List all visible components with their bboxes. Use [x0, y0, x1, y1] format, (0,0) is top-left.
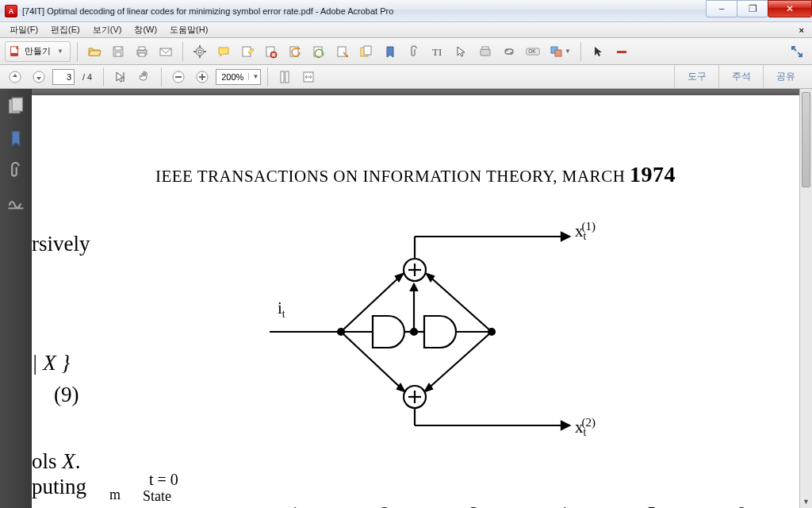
- svg-rect-7: [139, 53, 145, 56]
- delete-pages-button[interactable]: [261, 42, 282, 61]
- text-icon: TI: [431, 44, 445, 59]
- page-rotate-right-icon: [312, 44, 326, 59]
- hand-tool-button[interactable]: [134, 67, 155, 87]
- arrow-down-icon: [32, 70, 46, 84]
- page-down-button[interactable]: [29, 67, 49, 87]
- svg-text:OK: OK: [528, 48, 536, 54]
- svg-rect-38: [201, 74, 203, 80]
- fit-width-icon: [301, 70, 316, 84]
- fit-page-button[interactable]: [274, 67, 295, 87]
- pointer-icon: [591, 44, 605, 59]
- menu-view[interactable]: 보기(V): [86, 22, 128, 37]
- ok-stamp-icon: OK: [526, 44, 540, 59]
- attachments-panel-button[interactable]: [6, 160, 25, 179]
- tab-comment[interactable]: 주석: [718, 65, 763, 88]
- fit-width-button[interactable]: [298, 67, 319, 87]
- bookmark-button[interactable]: [380, 42, 400, 61]
- menu-file[interactable]: 파일(F): [3, 22, 44, 37]
- svg-line-53: [427, 274, 492, 332]
- menu-help[interactable]: 도움말(H): [163, 22, 214, 37]
- menu-window[interactable]: 창(W): [128, 22, 163, 37]
- link-tool-button[interactable]: [499, 42, 519, 61]
- bookmarks-panel-button[interactable]: [6, 129, 25, 148]
- svg-line-61: [425, 332, 492, 391]
- svg-rect-4: [116, 52, 121, 56]
- rotate-right-button[interactable]: [308, 42, 329, 61]
- select-cursor-button[interactable]: [110, 67, 131, 87]
- page-header: IEEE TRANSACTIONS ON INFORMATION THEORY,…: [32, 162, 799, 187]
- hand-icon: [137, 70, 151, 84]
- attach-button[interactable]: [404, 42, 424, 61]
- svg-rect-24: [481, 49, 490, 56]
- circuit-output1-label: xt(1): [575, 220, 596, 243]
- svg-rect-20: [338, 47, 346, 56]
- open-button[interactable]: [84, 42, 105, 61]
- zoom-level-value: 200%: [221, 72, 243, 82]
- cursor-select-icon: [454, 44, 469, 59]
- email-button[interactable]: [155, 42, 176, 61]
- minus-tool-button[interactable]: [611, 42, 632, 61]
- page-insert-icon: [359, 44, 373, 59]
- zoom-in-button[interactable]: [192, 67, 213, 87]
- text-fragment: puting: [32, 475, 86, 499]
- pointer-button[interactable]: [588, 42, 608, 61]
- page-up-button[interactable]: [5, 67, 25, 87]
- app-icon: A: [5, 5, 17, 17]
- extract-pages-button[interactable]: [332, 42, 353, 61]
- vertical-scrollbar[interactable]: ▲ ▼: [799, 89, 812, 508]
- thumbnails-panel-button[interactable]: [6, 97, 25, 116]
- typewriter-button[interactable]: [475, 42, 496, 61]
- page-number-input[interactable]: [52, 69, 75, 85]
- select-tool-button[interactable]: [451, 42, 472, 61]
- create-pdf-label: 만들기: [25, 45, 51, 57]
- svg-rect-3: [115, 47, 121, 50]
- insert-pages-button[interactable]: [356, 42, 377, 61]
- tab-share[interactable]: 공유: [763, 65, 807, 88]
- minimize-button[interactable]: –: [706, 0, 737, 17]
- text-tool-button[interactable]: TI: [427, 42, 448, 61]
- tab-tools[interactable]: 도구: [674, 65, 718, 88]
- svg-rect-25: [482, 47, 488, 49]
- text-fragment: ols X.: [32, 449, 81, 474]
- gear-icon: [193, 44, 207, 59]
- scroll-down-icon: ▼: [800, 495, 812, 508]
- zoom-out-button[interactable]: [168, 67, 189, 87]
- maximize-button[interactable]: ❐: [737, 0, 768, 17]
- svg-rect-40: [285, 71, 289, 83]
- typewriter-icon: [478, 44, 492, 59]
- chevron-down-icon: ▼: [248, 73, 259, 80]
- close-button[interactable]: ✕: [768, 0, 812, 17]
- create-pdf-button[interactable]: 만들기 ▼: [5, 41, 71, 62]
- fullscreen-button[interactable]: [787, 42, 807, 61]
- page-rotate-left-icon: [288, 44, 302, 59]
- svg-text:TI: TI: [432, 46, 442, 58]
- document-viewport[interactable]: IEEE TRANSACTIONS ON INFORMATION THEORY,…: [32, 89, 812, 508]
- close-document-button[interactable]: ×: [793, 24, 809, 37]
- ok-stamp-button[interactable]: OK: [523, 42, 543, 61]
- multimedia-button[interactable]: ▼: [546, 42, 574, 61]
- menu-edit[interactable]: 편집(E): [44, 22, 86, 37]
- svg-rect-6: [139, 47, 145, 50]
- rotate-left-button[interactable]: [285, 42, 305, 61]
- printer-icon: [135, 44, 149, 59]
- bookmark-icon: [383, 44, 397, 59]
- settings-button[interactable]: [190, 42, 210, 61]
- page-extract-icon: [335, 44, 350, 59]
- signatures-panel-button[interactable]: [6, 192, 25, 211]
- arrow-up-icon: [8, 70, 22, 84]
- navigation-pane: [0, 89, 32, 508]
- svg-rect-43: [12, 98, 22, 111]
- signature-icon: [6, 192, 25, 211]
- scrollbar-thumb[interactable]: [802, 92, 810, 187]
- sticky-note-button[interactable]: [213, 42, 234, 61]
- circuit-input-label: it: [278, 298, 285, 321]
- highlight-button[interactable]: [237, 42, 258, 61]
- page-total-label: / 4: [78, 72, 97, 82]
- print-button[interactable]: [132, 42, 152, 61]
- fit-page-icon: [278, 70, 292, 84]
- text-fragment: | X }: [32, 351, 70, 375]
- save-button[interactable]: [108, 42, 128, 61]
- window-titlebar: A [74IT] Optimal decoding of linear code…: [0, 0, 812, 22]
- pages-icon: [6, 97, 25, 116]
- zoom-level-select[interactable]: 200% ▼: [216, 69, 261, 85]
